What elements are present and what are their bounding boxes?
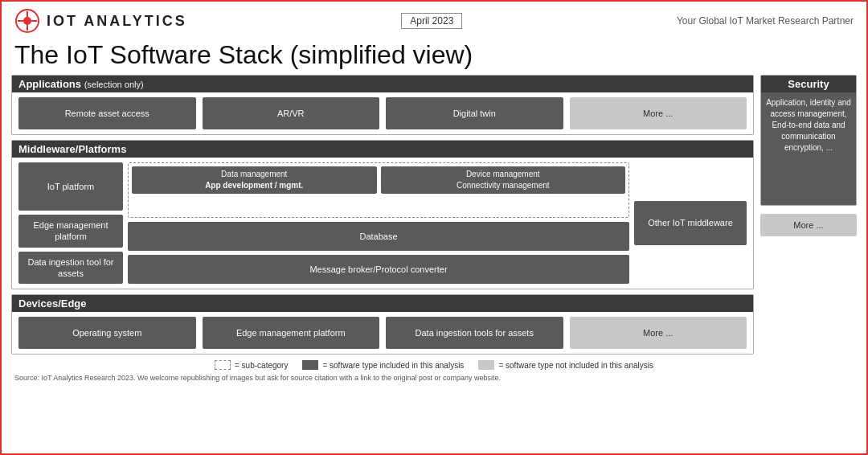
content-area: Applications (selection only) Remote ass…: [2, 75, 866, 358]
msg-broker-box: Message broker/Protocol converter: [128, 255, 629, 284]
dashed-subcategory: Data management App development / mgmt. …: [128, 162, 629, 218]
source-text: Source: IoT Analytics Research 2023. We …: [2, 372, 866, 383]
app-more: More ...: [570, 97, 747, 129]
other-iot-box: Other IoT middleware: [634, 201, 747, 245]
device-edge-mgmt-box: Edge management platform: [203, 317, 380, 349]
legend-dark: = software type included in this analysi…: [302, 360, 464, 370]
device-mgmt-box: Device management Connectivity managemen…: [381, 166, 626, 194]
legend-dashed-box: [215, 360, 231, 370]
app-digital-twin: Digital twin: [386, 97, 563, 129]
devices-header: Devices/Edge: [12, 295, 753, 312]
mw-col3: Other IoT middleware: [634, 162, 747, 284]
middleware-outer-row: IoT platform Edge management platform Da…: [18, 162, 747, 284]
security-more: More ...: [760, 214, 857, 236]
logo-text: IOT ANALYTICS: [47, 13, 187, 30]
dashed-top: Data management App development / mgmt. …: [132, 166, 625, 194]
database-box: Database: [128, 222, 629, 251]
legend: = sub-category = software type included …: [2, 358, 866, 372]
security-box: Security Application, identity and acces…: [760, 75, 857, 206]
legend-dashed: = sub-category: [215, 360, 288, 370]
app-remote-access: Remote asset access: [18, 97, 196, 129]
date-badge: April 2023: [401, 13, 462, 29]
security-header: Security: [761, 76, 856, 92]
logo: IOT ANALYTICS: [14, 8, 187, 34]
device-more-box: More ...: [570, 317, 747, 349]
app-arvr: AR/VR: [203, 97, 380, 129]
devices-body: Operating system Edge management platfor…: [12, 312, 753, 354]
mw-col1: IoT platform Edge management platform Da…: [18, 162, 123, 284]
header: IOT ANALYTICS April 2023 Your Global IoT…: [2, 2, 866, 37]
applications-body: Remote asset access AR/VR Digital twin M…: [12, 92, 753, 134]
partner-text: Your Global IoT Market Research Partner: [677, 15, 854, 27]
middleware-section: Middleware/Platforms IoT platform Edge m…: [11, 140, 754, 289]
devices-section: Devices/Edge Operating system Edge manag…: [11, 294, 754, 355]
edge-mgmt-box: Edge management platform: [18, 215, 123, 248]
applications-row: Remote asset access AR/VR Digital twin M…: [18, 97, 747, 129]
legend-light: = software type not included in this ana…: [478, 360, 653, 370]
applications-section: Applications (selection only) Remote ass…: [11, 75, 754, 135]
security-body: Application, identity and access managem…: [761, 92, 856, 205]
middleware-header: Middleware/Platforms: [12, 141, 753, 158]
iot-platform-box: IoT platform: [18, 162, 123, 211]
svg-point-1: [23, 17, 31, 25]
security-section: Security Application, identity and acces…: [760, 75, 857, 355]
data-ingestion-box: Data ingestion tool for assets: [18, 252, 123, 285]
page-title: The IoT Software Stack (simplified view): [2, 37, 866, 75]
logo-icon: [14, 8, 40, 34]
devices-row: Operating system Edge management platfor…: [18, 317, 747, 349]
middleware-body: IoT platform Edge management platform Da…: [12, 158, 753, 289]
data-mgmt-box: Data management App development / mgmt.: [132, 166, 377, 194]
left-column: Applications (selection only) Remote ass…: [11, 75, 754, 355]
legend-dark-box: [302, 360, 318, 370]
mw-middle: Data management App development / mgmt. …: [128, 162, 629, 284]
device-data-ingestion-box: Data ingestion tools for assets: [386, 317, 563, 349]
legend-light-box: [478, 360, 494, 370]
device-os-box: Operating system: [18, 317, 196, 349]
applications-header: Applications (selection only): [12, 76, 753, 92]
